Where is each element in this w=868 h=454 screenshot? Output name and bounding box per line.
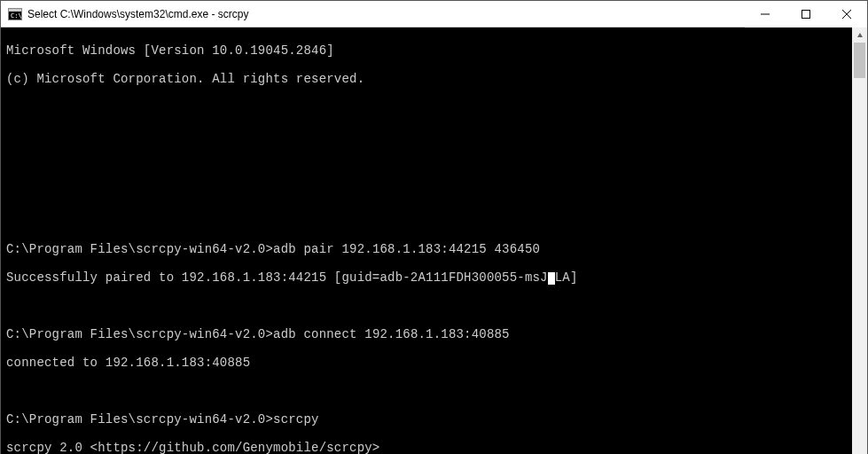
console-line: scrcpy 2.0 <https://github.com/Genymobil… xyxy=(6,441,848,454)
svg-text:C:\: C:\ xyxy=(11,12,22,20)
console-blank xyxy=(6,299,848,313)
prompt-cmd: scrcpy xyxy=(273,412,319,427)
window-title: Select C:\Windows\system32\cmd.exe - scr… xyxy=(27,8,248,20)
svg-rect-1 xyxy=(9,9,21,12)
cmd-window: C:\ Select C:\Windows\system32\cmd.exe -… xyxy=(0,0,868,454)
console-blank xyxy=(6,384,848,398)
prompt-cmd: adb pair 192.168.1.183:44215 436450 xyxy=(273,242,540,256)
prompt-path: C:\Program Files\scrcpy-win64-v2.0> xyxy=(6,242,273,256)
console-blank xyxy=(6,185,848,200)
prompt-path: C:\Program Files\scrcpy-win64-v2.0> xyxy=(6,327,273,341)
svg-marker-7 xyxy=(857,33,863,37)
selection-cursor xyxy=(548,272,555,285)
scroll-track[interactable] xyxy=(852,43,867,454)
cmd-icon: C:\ xyxy=(8,7,22,21)
maximize-button[interactable] xyxy=(786,1,826,27)
console-output[interactable]: Microsoft Windows [Version 10.0.19045.28… xyxy=(1,27,852,454)
console-blank xyxy=(6,157,848,171)
scroll-thumb[interactable] xyxy=(854,43,865,78)
console-line: Microsoft Windows [Version 10.0.19045.28… xyxy=(6,43,848,58)
prompt-cmd: adb connect 192.168.1.183:40885 xyxy=(273,327,510,341)
prompt-path: C:\Program Files\scrcpy-win64-v2.0> xyxy=(6,412,273,427)
close-button[interactable] xyxy=(826,1,867,27)
console-line: C:\Program Files\scrcpy-win64-v2.0>scrcp… xyxy=(6,412,848,427)
console-blank xyxy=(6,129,848,143)
svg-rect-4 xyxy=(802,10,810,18)
console-line: C:\Program Files\scrcpy-win64-v2.0>adb p… xyxy=(6,242,848,256)
scroll-up-button[interactable] xyxy=(852,27,867,43)
console-blank xyxy=(6,100,848,114)
console-line: Successfully paired to 192.168.1.183:442… xyxy=(6,270,848,285)
output-text: LA] xyxy=(555,270,578,285)
titlebar[interactable]: C:\ Select C:\Windows\system32\cmd.exe -… xyxy=(1,1,867,27)
output-text: Successfully paired to 192.168.1.183:442… xyxy=(6,270,548,285)
console-blank xyxy=(6,214,848,228)
client-area: Microsoft Windows [Version 10.0.19045.28… xyxy=(1,27,867,454)
console-line: C:\Program Files\scrcpy-win64-v2.0>adb c… xyxy=(6,327,848,341)
minimize-button[interactable] xyxy=(745,1,786,27)
console-line: connected to 192.168.1.183:40885 xyxy=(6,356,848,370)
console-line: (c) Microsoft Corporation. All rights re… xyxy=(6,72,848,86)
vertical-scrollbar[interactable] xyxy=(852,27,867,454)
